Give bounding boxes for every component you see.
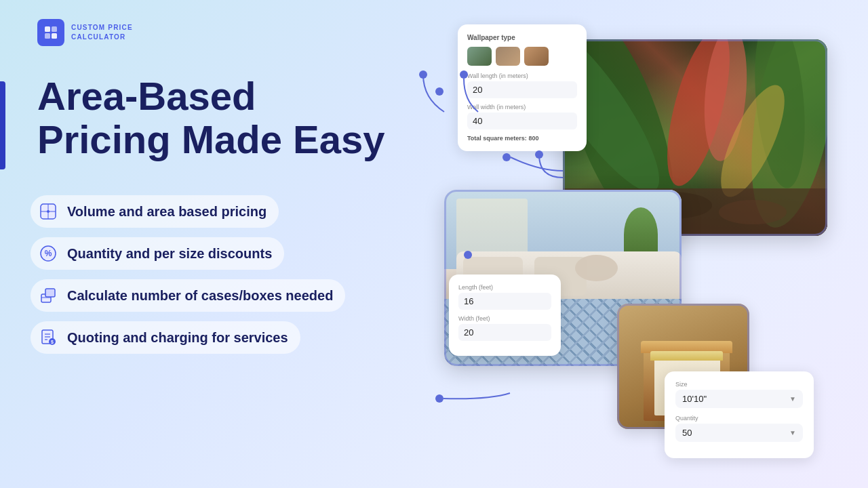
connector-dot-rug	[464, 251, 472, 259]
swatch-3[interactable]	[524, 47, 549, 66]
feature-text-4: Quoting and charging for services	[67, 330, 288, 346]
discount-icon: %	[37, 243, 59, 264]
svg-point-31	[719, 200, 787, 224]
quantity-select[interactable]: 50 ▼	[675, 424, 803, 442]
width-label: Width (feet)	[458, 315, 551, 322]
svg-point-28	[709, 77, 797, 205]
svg-rect-2	[45, 33, 50, 39]
size-quantity-card: Size 10'10" ▼ Quantity 50 ▼	[665, 371, 814, 458]
wall-width-label: Wall width (in meters)	[467, 104, 577, 110]
feature-item-3: Calculate number of cases/boxes needed	[31, 279, 345, 312]
size-select[interactable]: 10'10" ▼	[675, 390, 803, 408]
swatch-1[interactable]	[467, 47, 492, 66]
feature-item-4: $ Quoting and charging for services	[31, 321, 300, 354]
svg-rect-3	[52, 33, 57, 39]
boxes-icon	[37, 285, 59, 306]
left-accent-bar	[0, 81, 5, 169]
svg-point-21	[435, 87, 443, 96]
rug-dimensions-card: Length (feet) 16 Width (feet) 20	[449, 274, 561, 356]
length-value: 16	[458, 293, 551, 310]
svg-point-7	[47, 210, 50, 213]
svg-point-19	[535, 150, 543, 159]
features-list: Volume and area based pricing % Quantity…	[31, 195, 345, 354]
wallpaper-type-label: Wallpaper type	[467, 34, 577, 41]
wall-width-value: 40	[467, 113, 577, 129]
feature-item-1: Volume and area based pricing	[31, 195, 279, 228]
wall-length-label: Wall length (in meters)	[467, 73, 577, 79]
swatch-2[interactable]	[496, 47, 520, 66]
width-value: 20	[458, 324, 551, 341]
svg-point-32	[502, 153, 511, 161]
feature-text-1: Volume and area based pricing	[67, 204, 267, 220]
feature-text-3: Calculate number of cases/boxes needed	[67, 288, 333, 304]
wall-length-value: 20	[467, 81, 577, 98]
wallpaper-swatches	[467, 47, 577, 66]
total-sqm: Total square meters: 800	[467, 135, 577, 142]
svg-text:%: %	[45, 249, 52, 258]
svg-point-26	[736, 39, 827, 234]
connector-dot-size	[435, 394, 443, 403]
logo-icon	[37, 19, 64, 46]
feature-item-2: % Quantity and per size discounts	[31, 237, 284, 270]
svg-text:$: $	[51, 340, 54, 345]
svg-rect-0	[45, 26, 50, 32]
svg-rect-1	[52, 26, 57, 32]
hero-title: Area-Based Pricing Made Easy	[37, 75, 385, 161]
panels-area: Wallpaper type Wall length (in meters) 2…	[407, 0, 868, 488]
length-label: Length (feet)	[458, 284, 551, 291]
svg-point-20	[419, 70, 427, 79]
quoting-icon: $	[37, 327, 59, 348]
feature-text-2: Quantity and per size discounts	[67, 246, 272, 262]
area-pricing-icon	[37, 201, 59, 222]
header: CUSTOM PRICE CALCULATOR	[37, 19, 133, 46]
svg-rect-11	[45, 289, 55, 297]
logo-text: CUSTOM PRICE CALCULATOR	[71, 23, 133, 42]
svg-point-27	[749, 39, 811, 190]
svg-point-25	[699, 39, 751, 163]
wallpaper-card: Wallpaper type Wall length (in meters) 2…	[458, 24, 587, 151]
quantity-label: Quantity	[675, 415, 803, 422]
size-label: Size	[675, 381, 803, 388]
svg-point-24	[654, 39, 743, 192]
size-select-arrow: ▼	[789, 395, 796, 403]
quantity-select-arrow: ▼	[789, 429, 796, 436]
